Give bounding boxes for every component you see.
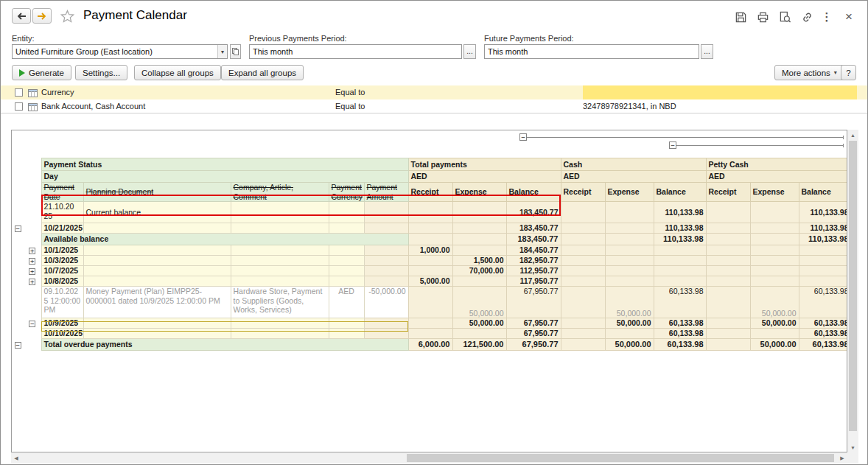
cell-cb[interactable]: 110,133.98 — [654, 202, 706, 223]
currency-filter-checkbox[interactable] — [15, 88, 23, 97]
cell-doc[interactable] — [83, 256, 231, 266]
cell-company[interactable]: Hardware Store, Payment to Suppliers (Go… — [231, 287, 329, 318]
cell-te[interactable] — [452, 245, 506, 256]
cell-pe[interactable] — [750, 234, 799, 245]
cell-cr[interactable] — [561, 256, 605, 266]
cell-tr[interactable]: 5,000.00 — [408, 276, 452, 287]
cell-doc[interactable] — [83, 223, 231, 234]
cell-pe[interactable] — [750, 245, 799, 256]
cell-te[interactable] — [452, 329, 506, 339]
vertical-scrollbar-thumb[interactable] — [849, 141, 857, 431]
cell-ce[interactable] — [605, 245, 654, 256]
cell-tr[interactable] — [408, 234, 452, 245]
cell-amount[interactable] — [364, 223, 408, 234]
cell-te[interactable] — [452, 276, 506, 287]
cell-date[interactable]: 21.10.2025 — [41, 202, 83, 223]
scroll-left-icon[interactable]: ◀ — [11, 452, 21, 464]
cell-pr[interactable] — [706, 287, 750, 318]
cell-ce[interactable] — [605, 276, 654, 287]
get-link-button[interactable] — [799, 9, 815, 25]
cell-doc[interactable] — [83, 266, 231, 276]
cell-currency[interactable] — [329, 223, 364, 234]
cell-cr[interactable] — [561, 276, 605, 287]
cell-ce[interactable]: 50,000.00 — [605, 287, 654, 318]
cell-cr[interactable] — [561, 318, 605, 329]
cell-tb[interactable]: 183,450.77 — [506, 223, 561, 234]
vertical-scrollbar[interactable]: ▲ ▼ — [847, 130, 858, 452]
cell-te[interactable] — [452, 234, 506, 245]
cell-pr[interactable] — [706, 223, 750, 234]
cell-company[interactable] — [231, 266, 329, 276]
forward-button[interactable] — [32, 8, 52, 24]
cell-ce[interactable] — [605, 234, 654, 245]
entity-input[interactable] — [13, 45, 217, 58]
more-actions-button[interactable]: More actions ▾ — [774, 65, 844, 80]
cell-cr[interactable] — [561, 329, 605, 339]
cell-cr[interactable] — [561, 245, 605, 256]
cell-cr[interactable] — [561, 223, 605, 234]
cell-company[interactable] — [231, 318, 329, 329]
entity-dropdown-button[interactable]: ▾ — [217, 45, 227, 58]
cell-pr[interactable] — [706, 339, 750, 351]
cell-tr[interactable] — [408, 202, 452, 223]
cell-pr[interactable] — [706, 202, 750, 223]
cell-cb[interactable] — [654, 256, 706, 266]
bank-account-filter-checkbox[interactable] — [15, 102, 23, 111]
cell-pe[interactable] — [750, 329, 799, 339]
cell-tb[interactable]: 67,950.77 — [506, 287, 561, 318]
cell-company[interactable] — [231, 276, 329, 287]
cell-tr[interactable] — [408, 223, 452, 234]
cell-pe[interactable] — [750, 276, 799, 287]
filter-row-currency[interactable]: Currency Equal to — [1, 85, 867, 99]
cell-ce[interactable] — [605, 223, 654, 234]
cell-amount[interactable] — [364, 329, 408, 339]
cell-pe[interactable] — [750, 266, 799, 276]
horizontal-scrollbar-thumb[interactable] — [407, 454, 834, 462]
close-button[interactable]: × — [841, 9, 857, 25]
cell-cb[interactable] — [654, 276, 706, 287]
cell-date[interactable]: 10/10/2025 — [41, 329, 83, 339]
expand-all-groups-button[interactable]: Expand all groups — [221, 65, 304, 80]
cell-tb[interactable]: 184,450.77 — [506, 245, 561, 256]
favorite-star-icon[interactable] — [60, 9, 74, 24]
cell-cb[interactable] — [654, 245, 706, 256]
cell-pb[interactable] — [799, 256, 847, 266]
cell-cb[interactable]: 60,133.98 — [654, 329, 706, 339]
cell-pr[interactable] — [706, 256, 750, 266]
cell-pb[interactable]: 110,133.98 — [799, 234, 847, 245]
cell-tb[interactable]: 67,950.77 — [506, 339, 561, 351]
expand-icon[interactable]: + — [29, 268, 35, 275]
cell-ce[interactable]: 50,000.00 — [605, 339, 654, 351]
cell-pr[interactable] — [706, 234, 750, 245]
header-group-cash[interactable]: Cash — [561, 158, 706, 171]
expand-icon[interactable]: + — [29, 248, 35, 254]
cell-currency[interactable] — [329, 202, 364, 223]
cell-tr[interactable] — [408, 266, 452, 276]
filter-row-bank-account[interactable]: Bank Account, Cash Account Equal to 3247… — [1, 99, 867, 113]
cell-amount[interactable] — [364, 245, 408, 256]
scroll-down-icon[interactable]: ▼ — [847, 442, 858, 452]
cell-cr[interactable] — [561, 287, 605, 318]
cell-te[interactable]: 121,500.00 — [452, 339, 506, 351]
cell-company[interactable] — [231, 202, 329, 223]
cell-tb[interactable]: 112,950.77 — [506, 266, 561, 276]
cell-pr[interactable] — [706, 266, 750, 276]
cell-currency[interactable] — [329, 276, 364, 287]
group-label[interactable]: Total overdue payments — [41, 339, 408, 351]
cell-tb[interactable]: 67,950.77 — [506, 318, 561, 329]
cell-tb[interactable]: 67,950.77 — [506, 329, 561, 339]
print-preview-button[interactable] — [777, 9, 793, 25]
cell-ce[interactable] — [605, 256, 654, 266]
settings-button[interactable]: Settings... — [75, 65, 127, 80]
cell-pb[interactable] — [799, 245, 847, 256]
cell-ce[interactable] — [605, 329, 654, 339]
cell-tr[interactable] — [408, 256, 452, 266]
previous-period-input[interactable] — [249, 44, 462, 59]
cell-cb[interactable]: 60,133.98 — [654, 318, 706, 329]
currency-filter-value-cell[interactable] — [583, 85, 857, 99]
cell-pb[interactable]: 110,133.98 — [799, 202, 847, 223]
cell-currency[interactable]: AED — [329, 287, 364, 318]
cell-company[interactable] — [231, 245, 329, 256]
cell-doc[interactable] — [83, 318, 231, 329]
cell-date[interactable]: 10/3/2025 — [41, 256, 83, 266]
